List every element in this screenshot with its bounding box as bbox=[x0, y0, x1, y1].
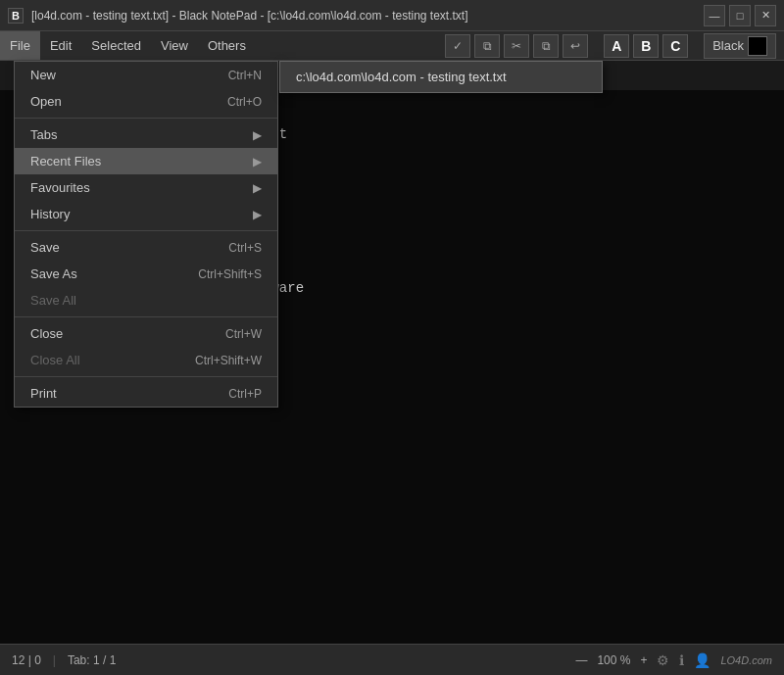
new-label: New bbox=[30, 68, 56, 82]
zoom-minus[interactable]: — bbox=[575, 653, 587, 667]
save-as-shortcut: Ctrl+Shift+S bbox=[198, 267, 262, 281]
recent-file-path: c:\lo4d.com\lo4d.com - testing text.txt bbox=[296, 70, 507, 84]
zoom-level: 100 % bbox=[597, 653, 630, 667]
title-bar-left: B [lo4d.com - testing text.txt] - Black … bbox=[8, 8, 468, 24]
history-arrow: ▶ bbox=[253, 208, 262, 221]
tab-info: Tab: 1 / 1 bbox=[68, 653, 116, 667]
save-shortcut: Ctrl+S bbox=[228, 241, 262, 255]
print-shortcut: Ctrl+P bbox=[228, 387, 262, 401]
close-button[interactable]: ✕ bbox=[755, 5, 776, 26]
favourites-arrow: ▶ bbox=[253, 181, 262, 195]
separator bbox=[15, 230, 277, 231]
toolbar-clipboard-btn[interactable]: ⧉ bbox=[533, 34, 559, 58]
save-as-label: Save As bbox=[30, 266, 77, 281]
close-all-shortcut: Ctrl+Shift+W bbox=[195, 354, 262, 367]
theme-color-box bbox=[748, 36, 767, 56]
recent-file-item[interactable]: c:\lo4d.com\lo4d.com - testing text.txt bbox=[280, 62, 602, 92]
open-shortcut: Ctrl+O bbox=[227, 95, 262, 109]
close-label: Close bbox=[30, 326, 63, 341]
tabs-label: Tabs bbox=[30, 127, 57, 142]
menu-bar: File Edit Selected View Others ✓ ⧉ ✂ ⧉ ↩… bbox=[0, 31, 784, 61]
menu-history[interactable]: History ▶ bbox=[15, 201, 277, 227]
toolbar-a-btn[interactable]: A bbox=[604, 34, 629, 58]
menu-save-all: Save All bbox=[15, 287, 277, 313]
menu-favourites[interactable]: Favourites ▶ bbox=[15, 174, 277, 201]
history-label: History bbox=[30, 207, 70, 221]
status-bar: 12 | 0 | Tab: 1 / 1 — 100 % + ⚙ ℹ 👤 LO4D… bbox=[0, 644, 784, 675]
toolbar-copy-btn[interactable]: ⧉ bbox=[474, 34, 500, 58]
save-label: Save bbox=[30, 240, 60, 255]
separator bbox=[15, 376, 277, 377]
menu-save[interactable]: Save Ctrl+S bbox=[15, 234, 277, 261]
status-separator: | bbox=[53, 653, 56, 667]
open-label: Open bbox=[30, 94, 62, 109]
title-bar: B [lo4d.com - testing text.txt] - Black … bbox=[0, 0, 784, 31]
tabs-arrow: ▶ bbox=[253, 128, 262, 142]
window-title: [lo4d.com - testing text.txt] - Black No… bbox=[31, 9, 468, 23]
save-all-label: Save All bbox=[30, 293, 76, 308]
app-icon: B bbox=[8, 8, 24, 24]
maximize-button[interactable]: □ bbox=[729, 5, 751, 26]
gear-icon[interactable]: ⚙ bbox=[657, 652, 669, 668]
toolbar-area: ✓ ⧉ ✂ ⧉ ↩ A B C Black bbox=[256, 33, 784, 59]
menu-file[interactable]: File bbox=[0, 31, 40, 60]
user-icon: 👤 bbox=[694, 652, 710, 668]
minimize-button[interactable]: — bbox=[704, 5, 725, 26]
file-dropdown: New Ctrl+N Open Ctrl+O Tabs ▶ Recent Fil… bbox=[14, 61, 278, 408]
favourites-label: Favourites bbox=[30, 180, 90, 195]
close-all-label: Close All bbox=[30, 353, 80, 367]
zoom-plus[interactable]: + bbox=[640, 653, 647, 667]
menu-print[interactable]: Print Ctrl+P bbox=[15, 380, 277, 407]
menu-recent-files[interactable]: Recent Files ▶ bbox=[15, 148, 277, 174]
separator bbox=[15, 316, 277, 317]
close-shortcut: Ctrl+W bbox=[225, 327, 262, 341]
toolbar-undo-btn[interactable]: ↩ bbox=[563, 34, 588, 58]
window-controls: — □ ✕ bbox=[704, 5, 776, 26]
menu-close-all: Close All Ctrl+Shift+W bbox=[15, 347, 277, 373]
menu-save-as[interactable]: Save As Ctrl+Shift+S bbox=[15, 261, 277, 287]
recent-files-label: Recent Files bbox=[30, 154, 101, 169]
toolbar-checkmark-btn[interactable]: ✓ bbox=[445, 34, 470, 58]
separator bbox=[15, 118, 277, 119]
recent-files-submenu: c:\lo4d.com\lo4d.com - testing text.txt bbox=[279, 61, 603, 93]
menu-edit[interactable]: Edit bbox=[40, 31, 81, 60]
cursor-position: 12 | 0 bbox=[12, 653, 41, 667]
menu-selected[interactable]: Selected bbox=[81, 31, 151, 60]
status-right: — 100 % + ⚙ ℹ 👤 LO4D.com bbox=[575, 652, 772, 668]
theme-label: Black bbox=[712, 38, 744, 53]
menu-new[interactable]: New Ctrl+N bbox=[15, 62, 277, 88]
info-icon[interactable]: ℹ bbox=[679, 652, 684, 668]
logo-text: LO4D.com bbox=[720, 654, 772, 666]
toolbar-b-btn[interactable]: B bbox=[633, 34, 659, 58]
menu-tabs[interactable]: Tabs ▶ bbox=[15, 121, 277, 148]
theme-selector[interactable]: Black bbox=[704, 33, 776, 59]
menu-close[interactable]: Close Ctrl+W bbox=[15, 320, 277, 347]
new-shortcut: Ctrl+N bbox=[228, 69, 262, 82]
menu-others[interactable]: Others bbox=[198, 31, 256, 60]
print-label: Print bbox=[30, 386, 57, 401]
toolbar-scissors-btn[interactable]: ✂ bbox=[504, 34, 529, 58]
toolbar-c-btn[interactable]: C bbox=[662, 34, 688, 58]
menu-open[interactable]: Open Ctrl+O bbox=[15, 88, 277, 115]
recent-files-arrow: ▶ bbox=[253, 155, 262, 169]
menu-view[interactable]: View bbox=[151, 31, 198, 60]
